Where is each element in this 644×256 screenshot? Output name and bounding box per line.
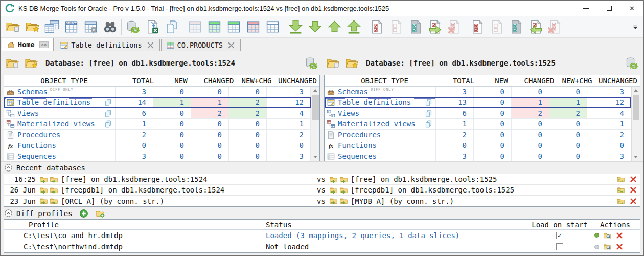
column-header[interactable]: UNCHANGED (275, 75, 319, 86)
tab-close-icon[interactable] (146, 41, 155, 50)
scroll-down-button[interactable] (312, 153, 319, 161)
move-all-up-button[interactable] (344, 17, 363, 37)
search-binoculars-button[interactable] (100, 17, 120, 37)
load-on-start-checkbox[interactable] (556, 243, 563, 250)
open-database-folder-button[interactable] (3, 17, 22, 37)
object-type-row[interactable]: Views60224 (4, 108, 311, 119)
diff-changed-table-button[interactable] (224, 17, 243, 37)
toolbar-overflow-button[interactable] (630, 22, 641, 33)
delete-recent-icon[interactable] (629, 186, 637, 194)
script-disabled-right-button[interactable] (507, 17, 526, 37)
column-header[interactable]: UNCHANGED (596, 75, 640, 86)
scroll-up-button[interactable] (312, 87, 319, 94)
copy-tables-button[interactable] (42, 17, 61, 37)
add-profile-button[interactable] (79, 208, 89, 218)
tab-table-definitions[interactable]: Table definitions (55, 39, 159, 51)
cancel-checked-right-button[interactable] (445, 17, 464, 37)
script-checked-left-button[interactable] (367, 17, 386, 37)
object-type-row[interactable]: Table definitions1301112 (325, 97, 631, 108)
object-type-row[interactable]: Procedures20002 (325, 130, 631, 140)
scroll-thumb[interactable] (633, 95, 639, 120)
object-type-row[interactable]: Sequences30003 (4, 151, 311, 161)
vertical-scrollbar[interactable] (311, 87, 319, 161)
load-on-start-checkbox[interactable]: ✓ (556, 232, 563, 239)
column-header[interactable]: NEW+CHG (238, 75, 275, 86)
collapse-recent-icon[interactable] (4, 163, 13, 172)
recent-database-row[interactable]: 26 Jun [freepdb1] on db1.ksdbmerge.tools… (4, 185, 640, 196)
export-excel-button[interactable] (143, 17, 162, 37)
column-header-object-type[interactable]: OBJECT TYPE (325, 75, 445, 86)
apply-checked-right-button[interactable] (425, 17, 445, 37)
tab-close-icon[interactable] (227, 41, 236, 50)
copy-badge-icon[interactable] (104, 98, 112, 107)
select-query-button[interactable]: SELECT (61, 17, 81, 37)
tab-co-products[interactable]: CO.PRODUCTS (161, 39, 241, 51)
object-type-row[interactable]: fxFunctions00000 (4, 140, 311, 151)
diff-all-table-button[interactable] (263, 17, 282, 37)
move-down-button[interactable] (305, 17, 325, 37)
refresh-database-button[interactable] (304, 55, 319, 71)
column-header[interactable]: CHANGED (520, 75, 558, 86)
open-profile-button[interactable] (24, 55, 39, 71)
minimize-button[interactable] (574, 1, 597, 16)
delete-profile-icon[interactable] (615, 231, 624, 240)
column-header[interactable]: CHANGED (200, 75, 238, 86)
copy-badge-icon[interactable] (104, 109, 112, 118)
copy-document-button[interactable] (162, 17, 181, 37)
column-header-object-type[interactable]: OBJECT TYPE (4, 75, 124, 86)
column-header[interactable]: TOTAL (445, 75, 482, 86)
move-all-down-button[interactable] (286, 17, 305, 37)
move-up-button[interactable] (325, 17, 344, 37)
maximize-button[interactable] (597, 1, 620, 16)
scroll-thumb[interactable] (312, 95, 319, 120)
vertical-scrollbar[interactable] (631, 87, 640, 161)
open-database-button[interactable] (5, 55, 20, 71)
compare-folders-icon[interactable] (617, 186, 625, 194)
object-type-row[interactable]: SchemasDIFF ONLY30003 (325, 87, 631, 97)
object-type-row[interactable]: Sequences30003 (325, 151, 631, 161)
scroll-up-button[interactable] (632, 87, 640, 94)
copy-badge-icon[interactable] (424, 98, 433, 107)
delete-recent-icon[interactable] (629, 197, 637, 205)
cancel-checked-left-button[interactable] (545, 17, 565, 37)
copy-badge-icon[interactable] (104, 120, 112, 129)
refresh-databases-button[interactable] (123, 17, 143, 37)
open-profile-folder-button[interactable] (22, 17, 42, 37)
diff-new-table-button[interactable] (204, 17, 224, 37)
object-type-row[interactable]: Table definitions1411212 (4, 97, 311, 108)
open-database-button[interactable] (325, 55, 340, 71)
table-options-button[interactable] (81, 17, 100, 37)
recent-database-row[interactable]: 16:25 [free] on db1.ksdbmerge.tools:1524… (4, 174, 640, 185)
close-all-tabs-badge[interactable]: ×× (39, 41, 49, 48)
script-unchecked-left-button[interactable] (386, 17, 406, 37)
script-unchecked-right-button[interactable] (487, 17, 507, 37)
delete-recent-icon[interactable] (629, 175, 637, 183)
collapse-profiles-icon[interactable] (4, 209, 13, 218)
diff-profile-row[interactable]: C:\test\co and hr.dmtdp Loaded (3 mappin… (4, 230, 640, 241)
object-type-row[interactable]: fxFunctions00000 (325, 140, 631, 151)
compare-folders-icon[interactable] (617, 197, 625, 205)
folder-search-icon[interactable] (603, 231, 611, 240)
close-button[interactable]: ✕ (620, 1, 643, 16)
apply-checked-left-button[interactable] (526, 17, 545, 37)
object-type-row[interactable]: SchemasDIFF ONLY30003 (4, 87, 311, 97)
diff-deleted-table-button[interactable] (243, 17, 263, 37)
diff-profile-row[interactable]: C:\test\northwind.dmtdp Not loaded (4, 241, 640, 252)
tab-home[interactable]: Home×× (2, 38, 54, 51)
column-header[interactable]: NEW (482, 75, 520, 86)
object-type-row[interactable]: Materialized views10001 (4, 119, 311, 130)
script-checked-right-button[interactable] (468, 17, 487, 37)
compare-folders-icon[interactable] (617, 175, 625, 183)
copy-badge-icon[interactable] (424, 120, 433, 129)
open-profile-button[interactable] (96, 208, 105, 218)
recent-database-row[interactable]: 23 Jun [ORCL_A] (by conn. str.) vs [MYDB… (4, 196, 640, 206)
delete-profile-icon[interactable] (615, 243, 624, 251)
folder-search-icon[interactable] (603, 243, 611, 251)
column-header[interactable]: NEW+CHG (558, 75, 596, 86)
column-header[interactable]: NEW (162, 75, 200, 86)
diff-summary-table-button[interactable] (185, 17, 204, 37)
open-profile-button[interactable] (344, 55, 359, 71)
refresh-database-button[interactable] (624, 55, 639, 71)
script-disabled-left-button[interactable] (406, 17, 425, 37)
copy-badge-icon[interactable] (424, 109, 433, 118)
